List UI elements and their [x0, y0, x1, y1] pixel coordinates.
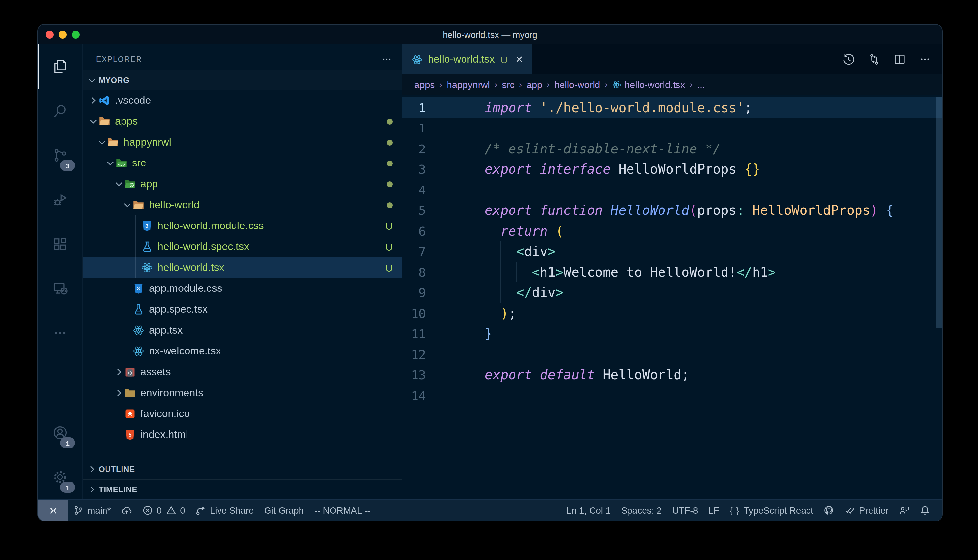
- activity-run-debug[interactable]: [38, 178, 82, 222]
- line-number: 1: [403, 121, 431, 135]
- activity-more-views[interactable]: [38, 311, 82, 355]
- tree-item-happynrwl[interactable]: happynrwl: [83, 132, 402, 153]
- code-line: 3export interface HelloWorldProps {}: [403, 159, 942, 180]
- activity-search[interactable]: [38, 89, 82, 133]
- tree-item-label: nx-welcome.tsx: [149, 345, 221, 357]
- folder-open-icon: [99, 115, 110, 127]
- error-icon: [142, 505, 153, 516]
- tree-item-label: hello-world.spec.tsx: [157, 241, 249, 253]
- ellipsis-icon[interactable]: [919, 53, 931, 66]
- status-vim-mode[interactable]: -- NORMAL --: [309, 500, 376, 521]
- remote-icon: [48, 505, 58, 515]
- compare-icon[interactable]: [868, 53, 881, 66]
- tree-item-app-spec-tsx[interactable]: app.spec.tsx: [83, 299, 402, 320]
- line-number: 2: [403, 142, 431, 156]
- chevron-down-icon: [105, 158, 115, 168]
- status-remote[interactable]: [38, 500, 68, 521]
- split-editor-icon[interactable]: [893, 53, 906, 66]
- tree-item-app-module-css[interactable]: 3app.module.css: [83, 278, 402, 299]
- breadcrumb-separator: ›: [519, 80, 522, 89]
- tree-item-hello-world[interactable]: hello-world: [83, 195, 402, 215]
- tree-item-app-tsx[interactable]: app.tsx: [83, 320, 402, 341]
- tab-dirty-badge: U: [501, 54, 508, 65]
- svg-text:3: 3: [137, 285, 140, 292]
- tree-item-label: app: [140, 178, 158, 190]
- status-copilot[interactable]: [819, 500, 839, 521]
- tree-item-label: src: [132, 157, 146, 169]
- debug-icon: [52, 191, 69, 208]
- activity-settings[interactable]: 1: [38, 455, 82, 499]
- tree-item-apps[interactable]: apps: [83, 111, 402, 132]
- activity-remote-explorer[interactable]: [38, 266, 82, 311]
- status-cursor-position[interactable]: Ln 1, Col 1: [561, 500, 616, 521]
- tree-item--vscode[interactable]: .vscode: [83, 90, 402, 111]
- chevron-spacer: [114, 408, 124, 419]
- search-icon: [52, 102, 69, 120]
- zoom-window-button[interactable]: [72, 31, 80, 38]
- activity-source-control[interactable]: 3: [38, 133, 82, 178]
- editor-scrollbar[interactable]: [936, 97, 942, 328]
- breadcrumb-item-app[interactable]: app: [527, 79, 542, 90]
- status-sync[interactable]: [116, 500, 137, 521]
- activity-bar: 311: [38, 44, 83, 499]
- breadcrumb-label: happynrwl: [447, 79, 490, 90]
- status-live-share[interactable]: Live Share: [191, 500, 259, 521]
- panel-timeline[interactable]: TIMELINE: [83, 479, 402, 499]
- tree-item-hello-world-tsx[interactable]: hello-world.tsxU: [83, 257, 402, 278]
- status-prettier[interactable]: Prettier: [839, 500, 894, 521]
- minimize-window-button[interactable]: [59, 31, 67, 38]
- status-feedback[interactable]: [894, 500, 914, 521]
- react-icon: [133, 345, 144, 357]
- status-eol[interactable]: LF: [703, 500, 724, 521]
- tab-hello-world-tsx[interactable]: hello-world.tsx U ✕: [403, 44, 532, 74]
- breadcrumb-item--[interactable]: ...: [697, 79, 705, 90]
- workspace-section-myorg[interactable]: MYORG: [83, 70, 402, 90]
- breadcrumb-item-hello-world[interactable]: hello-world: [554, 79, 600, 90]
- window-title: hello-world.tsx — myorg: [443, 30, 537, 40]
- status-indentation[interactable]: Spaces: 2: [616, 500, 667, 521]
- line-number: 8: [403, 265, 431, 279]
- breadcrumb-item-apps[interactable]: apps: [414, 79, 435, 90]
- close-tab-icon[interactable]: ✕: [515, 55, 523, 64]
- status-label: -- NORMAL --: [314, 505, 370, 516]
- activity-accounts[interactable]: 1: [38, 410, 82, 455]
- html-icon: 5: [124, 429, 136, 440]
- status-problems[interactable]: 00: [137, 500, 191, 521]
- tree-item-index-html[interactable]: 5index.html: [83, 424, 402, 445]
- panel-outline[interactable]: OUTLINE: [83, 459, 402, 479]
- code-line: 12: [403, 344, 942, 365]
- tree-item-label: hello-world.module.css: [157, 220, 264, 232]
- tree-item-nx-welcome-tsx[interactable]: nx-welcome.tsx: [83, 341, 402, 362]
- tree-item-app[interactable]: app: [83, 173, 402, 195]
- chevron-right-icon: [114, 367, 124, 377]
- chevron-spacer: [130, 262, 141, 273]
- tree-item-src[interactable]: </>src: [83, 153, 402, 173]
- folder-open-icon: [133, 199, 144, 211]
- code-editor[interactable]: 1import './hello-world.module.css';12/* …: [403, 95, 942, 499]
- history-icon[interactable]: [842, 53, 855, 66]
- status-encoding[interactable]: UTF-8: [667, 500, 703, 521]
- tree-item-hello-world-spec-tsx[interactable]: hello-world.spec.tsxU: [83, 236, 402, 257]
- line-number: 13: [403, 368, 431, 382]
- tree-item-hello-world-module-css[interactable]: 3hello-world.module.cssU: [83, 215, 402, 236]
- status-language-mode[interactable]: { }TypeScript React: [724, 500, 819, 521]
- breadcrumb-item-hello-world-tsx[interactable]: hello-world.tsx: [612, 79, 685, 90]
- live-share-icon: [196, 505, 206, 516]
- chevron-down-icon: [122, 200, 133, 210]
- tree-item-label: app.module.css: [149, 283, 222, 294]
- tree-item-assets[interactable]: assets: [83, 362, 402, 382]
- status-git-graph[interactable]: Git Graph: [259, 500, 309, 521]
- status-branch[interactable]: main*: [68, 500, 116, 521]
- tree-item-environments[interactable]: environments: [83, 382, 402, 403]
- status-label: Ln 1, Col 1: [567, 505, 610, 516]
- line-number: 5: [403, 203, 431, 218]
- activity-extensions[interactable]: [38, 222, 82, 266]
- status-notifications[interactable]: [914, 500, 936, 521]
- tree-item-favicon-ico[interactable]: favicon.ico: [83, 403, 402, 424]
- activity-explorer[interactable]: [38, 44, 82, 89]
- breadcrumb-item-src[interactable]: src: [502, 79, 515, 90]
- react-icon: [133, 324, 144, 336]
- explorer-more-actions-icon[interactable]: [381, 53, 393, 65]
- close-window-button[interactable]: [46, 31, 53, 38]
- breadcrumb-item-happynrwl[interactable]: happynrwl: [447, 79, 490, 90]
